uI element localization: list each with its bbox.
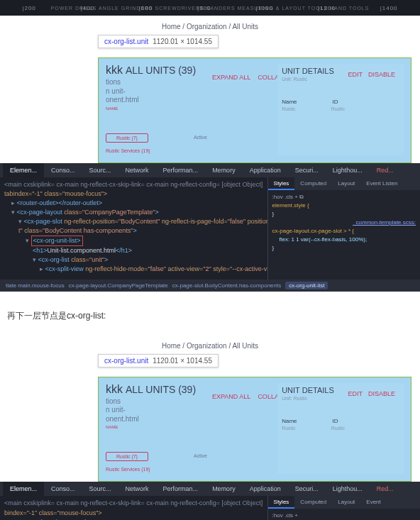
breadcrumb-path[interactable]: tlate main.mouse-focus cx-page-layout.Co…: [0, 280, 420, 292]
inspect-highlight: kkk ALL UNITS (39) tions n unit- onent.h…: [98, 57, 411, 163]
name-label: NAME: [106, 106, 270, 111]
tab-application[interactable]: Application: [243, 163, 288, 177]
tab-lighthouse[interactable]: Lighthou...: [326, 482, 370, 496]
kkk-text: kkk: [106, 383, 123, 396]
expand-all-button[interactable]: EXPAND ALL: [212, 393, 250, 400]
breadcrumb[interactable]: Home / Organization / All Units: [0, 16, 420, 35]
tab-console[interactable]: Conso...: [44, 482, 82, 496]
ruler-bar: |200|400 |600|800 |1000|1200 |1400 POWER…: [0, 0, 420, 16]
details-name-value: Rustic: [282, 106, 295, 111]
computed-tab[interactable]: Computed: [294, 496, 332, 509]
tooltip-selector: cx-org-list.unit: [104, 357, 148, 365]
screenshot-2: Home / Organization / All Units html cx-…: [0, 335, 420, 520]
tab-sources[interactable]: Sourc...: [82, 163, 118, 177]
event-tab[interactable]: Event: [360, 496, 386, 509]
tab-performance[interactable]: Performan...: [156, 482, 206, 496]
devtools-panel: Elemen... Conso... Sourc... Network Perf…: [0, 482, 420, 520]
all-units-title: ALL UNITS (39): [126, 384, 196, 395]
edit-button[interactable]: EDIT: [348, 390, 363, 397]
layout-tab[interactable]: Layout: [332, 177, 360, 190]
tab-application[interactable]: Application: [243, 482, 288, 496]
styles-toolbar[interactable]: :hov .cls + ⧉: [272, 193, 416, 201]
tooltip-dims: 1120.01 × 1014.55: [153, 38, 212, 45]
page-area: Home / Organization / All Units html cx-…: [0, 16, 420, 163]
devtools-tabs: Elemen... Conso... Sourc... Network Perf…: [0, 163, 420, 177]
screenshot-1: |200|400 |600|800 |1000|1200 |1400 POWER…: [0, 0, 420, 292]
tab-lighthouse[interactable]: Lighthou...: [326, 163, 370, 177]
tab-performance[interactable]: Performan...: [156, 163, 206, 177]
computed-tab[interactable]: Computed: [294, 177, 332, 190]
unit-row-link[interactable]: Rustic Services (19): [106, 467, 150, 472]
elements-tree[interactable]: <main cxskiplink= cx-main ng-reflect-cx-…: [0, 177, 267, 280]
tab-network[interactable]: Network: [118, 482, 156, 496]
tab-console[interactable]: Conso...: [44, 163, 82, 177]
unit-row-pill[interactable]: Rustic (7): [106, 133, 148, 143]
tooltip-dims: 1120.01 × 1014.55: [153, 357, 212, 365]
disable-button[interactable]: DISABLE: [368, 71, 395, 78]
tab-elements[interactable]: Elemen...: [3, 163, 44, 177]
tab-elements[interactable]: Elemen...: [3, 482, 44, 496]
details-id-value: Rustic: [331, 106, 345, 111]
tab-memory[interactable]: Memory: [205, 482, 243, 496]
tab-memory[interactable]: Memory: [205, 163, 243, 177]
bg-text-html: html: [240, 354, 264, 369]
inspect-tooltip: cx-org-list.unit 1120.01 × 1014.55: [98, 354, 219, 367]
tab-security[interactable]: Securi...: [288, 482, 326, 496]
details-id-header: ID: [333, 99, 338, 105]
all-units-title: ALL UNITS (39): [126, 65, 196, 76]
tab-redux[interactable]: Red...: [370, 482, 401, 496]
bg-text-html: html: [240, 35, 264, 50]
edit-button[interactable]: EDIT: [348, 71, 363, 78]
styles-tab[interactable]: Styles: [268, 496, 295, 509]
inspect-tooltip: cx-org-list.unit 1120.01 × 1014.55: [98, 35, 219, 48]
tooltip-selector: cx-org-list.unit: [104, 38, 148, 45]
unit-row-link[interactable]: Rustic Services (19): [106, 148, 150, 153]
source-link[interactable]: _common-template.scss:: [353, 219, 416, 226]
elements-tree[interactable]: <main cxskiplink= cx-main ng-reflect-cx-…: [0, 496, 267, 520]
disable-button[interactable]: DISABLE: [368, 390, 395, 397]
event-tab[interactable]: Event Listen: [360, 177, 403, 190]
status-active: Active: [191, 133, 210, 143]
devtools-panel: Elemen... Conso... Sourc... Network Perf…: [0, 163, 420, 292]
unit-row-pill[interactable]: Rustic (7): [106, 452, 148, 461]
caption-text: 再下一层节点是cx-org-list:: [7, 310, 420, 322]
tab-security[interactable]: Securi...: [288, 163, 326, 177]
details-name-header: Name: [282, 99, 297, 105]
tab-sources[interactable]: Sourc...: [82, 482, 118, 496]
status-active: Active: [191, 452, 210, 461]
tab-redux[interactable]: Red...: [370, 163, 401, 177]
layout-tab[interactable]: Layout: [332, 496, 360, 509]
styles-tab[interactable]: Styles: [268, 177, 295, 190]
selected-node-cx-org-unit-list[interactable]: <cx-org-unit-list>: [31, 236, 83, 246]
breadcrumb[interactable]: Home / Organization / All Units: [0, 335, 420, 354]
path-chip-selected: cx-org-unit-list: [285, 282, 328, 289]
inspect-highlight: kkk ALL UNITS (39) tions n unit- onent.h…: [98, 377, 411, 482]
tab-network[interactable]: Network: [118, 163, 156, 177]
styles-pane: Styles Computed Layout Event Listen :hov…: [267, 177, 420, 280]
kkk-text: kkk: [106, 64, 123, 77]
expand-all-button[interactable]: EXPAND ALL: [212, 74, 250, 81]
